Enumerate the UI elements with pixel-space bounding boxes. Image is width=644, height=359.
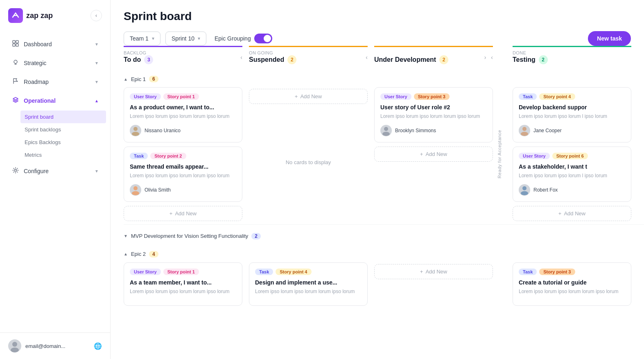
epic1-count-badge: 6 xyxy=(149,76,158,82)
sub-item-sprint-board[interactable]: Sprint board xyxy=(20,111,106,123)
card-backlog-2-avatar xyxy=(130,184,141,196)
dev-col-chevron1[interactable]: › xyxy=(484,54,486,61)
card-backlog-2-sp-tag: Story point 2 xyxy=(150,153,186,159)
logo-text: zap zap xyxy=(26,11,53,20)
testing-add-new-button[interactable]: + Add New xyxy=(513,206,631,221)
svg-point-13 xyxy=(382,132,390,136)
sprint-dropdown[interactable]: Sprint 10 ▾ xyxy=(165,32,206,45)
ongoing-col-title: Suspended xyxy=(249,56,284,63)
card-ongoing2-1-sp-tag: Story point 4 xyxy=(276,269,311,275)
backlog-col-chevron[interactable]: ‹ xyxy=(240,54,242,61)
ongoing-count-badge: 2 xyxy=(287,55,296,64)
svg-rect-0 xyxy=(13,41,15,43)
sprint-chevron-down-icon: ▾ xyxy=(198,36,200,41)
epic2-label: Epic 2 xyxy=(131,251,146,257)
new-task-button[interactable]: New task xyxy=(588,31,631,46)
col-header-dev: Under Development 2 › ‹ xyxy=(374,46,493,69)
sidebar-item-strategic[interactable]: Strategic ▾ xyxy=(4,54,106,72)
svg-rect-3 xyxy=(16,44,18,46)
card-dev-1: User Story Story point 3 User story of U… xyxy=(374,87,493,142)
svg-point-15 xyxy=(521,132,528,136)
ongoing-category-label: On Going xyxy=(249,50,296,55)
card-testing-1-tags: Task Story point 4 xyxy=(519,93,625,100)
add-new-label-2: Add New xyxy=(300,93,322,99)
card-backlog-2-desc: Lorem ipso lorum ipso lorum lorum ipso l… xyxy=(130,172,236,179)
card-ongoing2-1-type-tag: Task xyxy=(255,269,273,275)
card-ongoing2-1-desc: Lorem ipso lorum ipso lorum lorum ipso l… xyxy=(255,288,362,295)
operational-sub-menu: Sprint board Sprint backlogs Epics Backl… xyxy=(20,111,106,161)
epic2-group-header: ▲ Epic 2 4 xyxy=(124,244,644,262)
sidebar-item-dashboard[interactable]: Dashboard ▾ xyxy=(4,35,106,53)
suspended-cards-col: + Add New No cards to display xyxy=(249,87,368,221)
ongoing-col-header: On Going Suspended 2 ‹ xyxy=(249,46,368,69)
card-testing2-1: Task Story point 3 Create a tutorial or … xyxy=(513,262,631,306)
dev2-add-new-button[interactable]: + Add New xyxy=(374,264,493,279)
card-backlog-2-tags: Task Story point 2 xyxy=(130,153,236,159)
sidebar-item-operational[interactable]: Operational ▴ xyxy=(4,92,106,110)
toolbar: Team 1 ▾ Sprint 10 ▾ Epic Grouping New t… xyxy=(124,31,631,46)
card-testing-1-title: Develop backend suppor xyxy=(519,104,625,111)
sprint-board: Backlog To do 3 ‹ On Going Suspended xyxy=(111,46,644,359)
card-backlog-1-desc: Lorem ipso lorum ipso lorum lorum ipso l… xyxy=(130,113,236,120)
ongoing2-cards-col: Task Story point 4 Design and implement … xyxy=(249,262,368,310)
mvp-triangle-icon: ▼ xyxy=(124,234,128,238)
card-testing-2-sp-tag: Story point 6 xyxy=(552,153,588,159)
dev-cards-col: User Story Story point 3 User story of U… xyxy=(374,87,493,221)
sidebar-item-label-strategic: Strategic xyxy=(24,60,46,66)
dev-col-title: Under Development xyxy=(374,56,436,63)
testing-cards-col: Task Story point 4 Develop backend suppo… xyxy=(513,87,631,221)
sub-item-metrics[interactable]: Metrics xyxy=(20,149,106,161)
team-dropdown[interactable]: Team 1 ▾ xyxy=(124,32,160,45)
svg-point-5 xyxy=(15,169,17,172)
card-testing-2: User Story Story point 6 As a stakeholde… xyxy=(513,147,631,202)
col-header-backlog: Backlog To do 3 ‹ xyxy=(124,46,242,69)
svg-rect-1 xyxy=(16,41,18,43)
card-backlog-1-sp-tag: Story point 1 xyxy=(163,93,199,100)
testing-count-badge: 2 xyxy=(539,55,548,64)
add-new-icon-3: + xyxy=(420,151,423,157)
ongoing-col-chevron[interactable]: ‹ xyxy=(366,54,368,61)
sidebar-item-configure[interactable]: Configure ▾ xyxy=(4,162,106,180)
backlog-col-title: To do xyxy=(124,56,141,63)
svg-rect-2 xyxy=(13,44,15,46)
sub-item-epics-backlogs[interactable]: Epics Backlogs xyxy=(20,136,106,149)
card-testing-2-footer: Robert Fox xyxy=(519,184,625,196)
dev-add-new-button[interactable]: + Add New xyxy=(374,147,493,162)
flag-icon xyxy=(12,78,19,86)
testing-col-header: Done Testing 2 xyxy=(513,46,631,69)
add-new-label-4: Add New xyxy=(564,210,585,217)
card-backlog2-1: User Story Story point 1 As a team membe… xyxy=(124,262,242,306)
main-header: Sprint board Team 1 ▾ Sprint 10 ▾ Epic G… xyxy=(111,0,644,46)
col-header-testing: Done Testing 2 xyxy=(513,46,631,69)
add-new-icon-2: + xyxy=(295,93,298,99)
svg-point-9 xyxy=(132,132,139,136)
testing-col-title: Testing xyxy=(513,56,536,63)
epic1-label: Epic 1 xyxy=(131,76,146,82)
sidebar-item-roadmap[interactable]: Roadmap ▾ xyxy=(4,73,106,91)
sidebar-logo-area: zap zap ‹ xyxy=(0,0,110,31)
svg-point-11 xyxy=(132,191,139,195)
card-testing2-1-tags: Task Story point 3 xyxy=(519,269,625,275)
add-new-label-5: Add New xyxy=(425,269,447,275)
gear-icon xyxy=(12,167,19,175)
sidebar-collapse-button[interactable]: ‹ xyxy=(90,10,102,21)
globe-icon[interactable]: 🌐 xyxy=(94,342,102,350)
sub-item-sprint-backlogs[interactable]: Sprint backlogs xyxy=(20,123,106,136)
epic1-group-header: ▲ Epic 1 6 xyxy=(124,69,644,87)
add-new-icon-4: + xyxy=(558,210,562,217)
backlog2-cards-col: User Story Story point 1 As a team membe… xyxy=(124,262,242,310)
card-testing2-1-sp-tag: Story point 3 xyxy=(539,269,575,275)
sidebar-footer: email@domain... 🌐 xyxy=(0,332,110,359)
dev-col-header: Under Development 2 › ‹ xyxy=(374,46,493,69)
suspended-add-new-top-button[interactable]: + Add New xyxy=(249,89,368,104)
card-backlog-1-avatar xyxy=(130,125,141,136)
card-backlog-1-type-tag: User Story xyxy=(130,93,161,100)
sidebar-item-label-operational: Operational xyxy=(24,97,56,104)
card-dev-1-tags: User Story Story point 3 xyxy=(380,93,487,100)
svg-point-7 xyxy=(11,348,19,352)
epic-grouping-switch[interactable] xyxy=(254,34,272,43)
backlog-add-new-button[interactable]: + Add New xyxy=(124,206,242,221)
card-testing-1-sp-tag: Story point 4 xyxy=(539,93,575,100)
mvp-count-badge: 2 xyxy=(251,233,261,239)
dev2-cards-col: + Add New xyxy=(374,262,493,310)
